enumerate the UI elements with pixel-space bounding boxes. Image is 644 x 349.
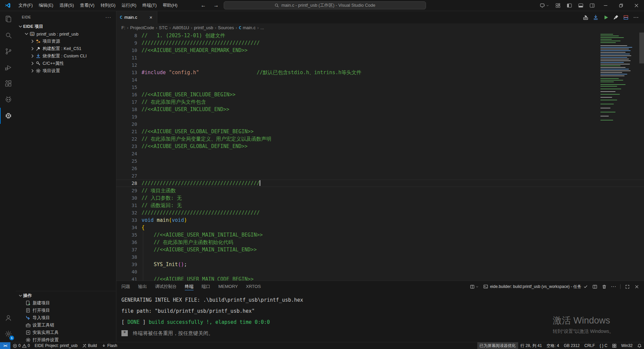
code-line-39[interactable]: 39 SYS_Init(); [116, 261, 644, 268]
command-center[interactable]: main.c - printf_usb (工作区) - Visual Studi… [224, 1, 426, 9]
action-install-utils[interactable]: 安装实用工具 [16, 329, 116, 336]
status-screen-reader-mode[interactable]: 已为屏幕阅读器优化 [477, 342, 518, 349]
minimap[interactable] [600, 33, 639, 281]
launch-profile-icon[interactable] [468, 283, 481, 291]
action-open-plugin-settings[interactable]: 打开插件设置 [16, 336, 116, 342]
breadcrumb-item[interactable]: Ai8051U [172, 25, 189, 30]
activity-source-control[interactable] [0, 43, 16, 59]
panel-tab-问题[interactable]: 问题 [121, 281, 130, 292]
breadcrumb-item[interactable]: F: [121, 25, 125, 30]
menu-item[interactable]: 转到(G) [98, 1, 119, 9]
close-tab-icon[interactable]: × [148, 14, 154, 21]
go-back-icon[interactable]: ← [201, 2, 206, 8]
status-flash[interactable]: Flash [99, 342, 119, 349]
code-line-34[interactable]: 34{ [116, 224, 644, 231]
code-line-11[interactable]: 11 [116, 54, 644, 61]
activity-run-debug[interactable] [0, 59, 16, 76]
more-actions-icon[interactable]: ··· [105, 14, 111, 20]
action-new-project[interactable]: 新建项目 [16, 299, 116, 307]
tree-item-flash-config[interactable]: 烧录配置 : Custom CLI [16, 52, 116, 60]
split-terminal-icon[interactable] [591, 283, 599, 291]
toggle-panel-icon[interactable] [575, 0, 586, 11]
activity-settings[interactable]: 1 [0, 326, 16, 342]
minimize-button[interactable] [598, 0, 613, 11]
close-panel-icon[interactable] [633, 283, 641, 291]
flash-download-icon[interactable] [591, 13, 600, 22]
panel-tab-输出[interactable]: 输出 [138, 281, 147, 292]
panel-tab-终端[interactable]: 终端 [185, 281, 194, 292]
code-line-22[interactable]: 22// 在此添加用户全局变量定义、用户宏定义以及函数声明 [116, 135, 644, 143]
customize-layout-icon[interactable] [552, 0, 564, 11]
menu-item[interactable]: 文件(F) [15, 1, 36, 9]
code-line-18[interactable]: 18//<<AICUBE_USER_INCLUDE_END>> [116, 106, 644, 113]
maximize-panel-icon[interactable] [623, 283, 631, 291]
activity-explorer[interactable] [0, 11, 16, 27]
code-editor[interactable]: 8// 1. (2025-12-01) 创建文件9///////////////… [116, 32, 644, 281]
panel-tab-端口[interactable]: 端口 [202, 281, 210, 292]
code-line-23[interactable]: 23//<<AICUBE_USER_GLOBAL_DEFINE_END>> [116, 143, 644, 150]
panel-tab-调试控制台[interactable]: 调试控制台 [155, 281, 177, 292]
code-line-33[interactable]: 33void main(void) [116, 216, 644, 224]
editor-scrollbar[interactable] [639, 33, 644, 63]
more-actions-icon[interactable] [631, 13, 641, 22]
menu-item[interactable]: 终端(T) [139, 1, 160, 9]
close-button[interactable] [629, 0, 644, 11]
code-line-30[interactable]: 30// 入口参数: 无 [116, 194, 644, 202]
code-line-31[interactable]: 31// 函数返回: 无 [116, 202, 644, 209]
status-build[interactable]: Build [80, 342, 99, 349]
tree-item-project-settings[interactable]: 项目设置 [16, 67, 116, 74]
status-platform[interactable]: Win32 [619, 342, 635, 349]
code-line-12[interactable]: 12 [116, 61, 644, 69]
code-line-27[interactable]: 27 [116, 172, 644, 180]
remote-indicator[interactable]: >< [0, 342, 10, 349]
run-icon[interactable] [601, 13, 610, 22]
copilot-icon[interactable] [537, 0, 552, 11]
breadcrumb-item[interactable]: Cmain.c [239, 25, 256, 30]
activity-eide[interactable] [0, 108, 16, 124]
activity-extensions[interactable] [0, 76, 16, 92]
menu-item[interactable]: 编辑(E) [36, 1, 56, 9]
code-line-29[interactable]: 29// 项目主函数 [116, 187, 644, 194]
code-line-26[interactable]: 26 [116, 165, 644, 172]
actions-header[interactable]: 操作 [16, 292, 116, 299]
tree-item-build-config[interactable]: 构建配置 : Keil_C51 [16, 45, 116, 52]
panel-tab-XRTOS[interactable]: XRTOS [246, 281, 261, 292]
status-indentation[interactable]: 空格: 4 [544, 342, 561, 349]
breadcrumb-item[interactable]: printf_usb [194, 25, 213, 30]
breadcrumb-item[interactable]: ProjectCode [130, 25, 154, 30]
status-problems[interactable]: 0 0 [10, 342, 32, 349]
code-line-35[interactable]: 35 //<<AICUBE_USER_MAIN_INITIAL_BEGIN>> [116, 231, 644, 239]
terminal-task-item[interactable]: eide.builder: build:printf_usb (vs_works… [482, 284, 589, 290]
go-forward-icon[interactable]: → [213, 2, 219, 8]
menu-item[interactable]: 查看(V) [77, 1, 97, 9]
code-line-10[interactable]: 10//<<AICUBE_USER_HEADER_REMARK_END>> [116, 47, 644, 54]
activity-keil-assistant[interactable] [0, 92, 16, 108]
action-setup-toolchain[interactable]: 设置工具链 [16, 321, 116, 329]
build-icon[interactable] [581, 13, 590, 22]
code-line-28[interactable]: 28//////////////////////////////////////… [116, 180, 644, 187]
tab-main-c[interactable]: C main.c × [116, 11, 157, 23]
kill-terminal-icon[interactable] [600, 283, 608, 291]
toggle-secondary-sidebar-icon[interactable] [586, 0, 598, 11]
code-line-13[interactable]: 13#include "config.h" //默认已包含stdio.h、int… [116, 69, 644, 76]
tree-item-project-printf-usb[interactable]: printf_usb : printf_usb [16, 30, 116, 38]
restore-button[interactable] [613, 0, 629, 11]
clean-icon[interactable] [611, 13, 621, 22]
breadcrumb-item[interactable]: STC [159, 25, 168, 30]
activity-accounts[interactable] [0, 310, 16, 326]
menu-item[interactable]: 运行(R) [118, 1, 139, 9]
breadcrumb-item[interactable]: Sources [218, 25, 234, 30]
status-eide-project[interactable]: EIDE Project: printf_usb [32, 342, 80, 349]
code-line-25[interactable]: 25 [116, 157, 644, 165]
panel-more-icon[interactable]: ··· [609, 283, 618, 291]
action-open-project[interactable]: 打开项目 [16, 307, 116, 314]
code-line-17[interactable]: 17// 在此添加用户头文件包含 [116, 98, 644, 106]
code-line-15[interactable]: 15 [116, 84, 644, 91]
code-line-8[interactable]: 8// 1. (2025-12-01) 创建文件 [116, 32, 644, 39]
action-import-project[interactable]: 导入项目 [16, 314, 116, 321]
tree-item-project-resources[interactable]: 项目资源 [16, 38, 116, 45]
code-line-40[interactable]: 40 [116, 268, 644, 276]
tree-item-cpp-properties[interactable]: C/C++属性 [16, 60, 116, 67]
code-line-36[interactable]: 36 // 在此添加用户主函数初始化代码 [116, 239, 644, 246]
code-line-24[interactable]: 24 [116, 150, 644, 157]
